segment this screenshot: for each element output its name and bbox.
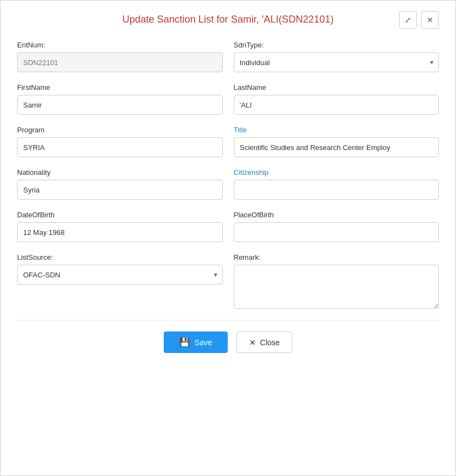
- dob-input[interactable]: [17, 222, 223, 242]
- close-label: Close: [260, 338, 280, 347]
- program-label: Program: [17, 126, 223, 134]
- listsource-label: ListSource:: [17, 253, 223, 261]
- maximize-icon: ⤢: [405, 15, 411, 24]
- firstname-group: FirstName: [17, 83, 223, 115]
- entnum-input[interactable]: [17, 52, 223, 72]
- save-button[interactable]: 💾 Save: [164, 331, 228, 353]
- close-x-icon: ✕: [249, 338, 256, 347]
- title-group: Title: [234, 126, 439, 157]
- entnum-group: EntNum:: [17, 41, 223, 72]
- close-icon: ✕: [427, 15, 433, 24]
- program-input[interactable]: [17, 137, 223, 157]
- citizenship-input[interactable]: [234, 180, 439, 200]
- citizenship-label: Citizenship: [234, 168, 439, 177]
- footer-buttons: 💾 Save ✕ Close: [17, 331, 439, 353]
- save-icon: 💾: [179, 337, 190, 347]
- maximize-button[interactable]: ⤢: [399, 11, 417, 29]
- nationality-group: Nationality: [17, 168, 223, 200]
- row-program-title: Program Title: [17, 126, 439, 157]
- listsource-group: ListSource: OFAC-SDN EU UN HMT ▾: [17, 253, 223, 309]
- pob-label: PlaceOfBirth: [234, 211, 439, 219]
- dob-label: DateOfBirth: [17, 211, 223, 219]
- title-input[interactable]: [234, 137, 439, 157]
- remark-group: Remark:: [234, 253, 439, 309]
- listsource-select[interactable]: OFAC-SDN EU UN HMT: [17, 265, 223, 285]
- sdntype-select[interactable]: Individual Entity Vessel Aircraft: [234, 52, 439, 72]
- firstname-label: FirstName: [17, 83, 223, 92]
- pob-group: PlaceOfBirth: [234, 211, 439, 242]
- row-listsource-remark: ListSource: OFAC-SDN EU UN HMT ▾ Remark:: [17, 253, 439, 309]
- listsource-select-wrapper: OFAC-SDN EU UN HMT ▾: [17, 265, 223, 285]
- lastname-group: LastName: [234, 83, 439, 115]
- lastname-input[interactable]: [234, 95, 439, 115]
- dialog-title: Update Sanction List for Samir, 'ALI(SDN…: [122, 14, 334, 25]
- lastname-label: LastName: [234, 83, 439, 92]
- nationality-label: Nationality: [17, 168, 223, 177]
- citizenship-group: Citizenship: [234, 168, 439, 200]
- update-sanction-dialog: Update Sanction List for Samir, 'ALI(SDN…: [0, 0, 456, 476]
- close-button[interactable]: ✕ Close: [237, 331, 293, 353]
- sdntype-group: SdnType: Individual Entity Vessel Aircra…: [234, 41, 439, 72]
- save-label: Save: [195, 338, 212, 347]
- title-label: Title: [234, 126, 439, 134]
- row-firstname-lastname: FirstName LastName: [17, 83, 439, 115]
- sdntype-select-wrapper: Individual Entity Vessel Aircraft ▾: [234, 52, 439, 72]
- sdntype-label: SdnType:: [234, 41, 439, 49]
- entnum-label: EntNum:: [17, 41, 223, 49]
- footer-divider: [17, 320, 439, 320]
- remark-textarea[interactable]: [234, 265, 439, 309]
- row-nationality-citizenship: Nationality Citizenship: [17, 168, 439, 200]
- pob-input[interactable]: [234, 222, 439, 242]
- header-close-button[interactable]: ✕: [421, 11, 439, 29]
- remark-label: Remark:: [234, 253, 439, 261]
- row-entnum-sdntype: EntNum: SdnType: Individual Entity Vesse…: [17, 41, 439, 72]
- dob-group: DateOfBirth: [17, 211, 223, 242]
- header-buttons: ⤢ ✕: [399, 11, 439, 29]
- firstname-input[interactable]: [17, 95, 223, 115]
- dialog-header: Update Sanction List for Samir, 'ALI(SDN…: [17, 14, 439, 25]
- row-dob-pob: DateOfBirth PlaceOfBirth: [17, 211, 439, 242]
- nationality-input[interactable]: [17, 180, 223, 200]
- program-group: Program: [17, 126, 223, 157]
